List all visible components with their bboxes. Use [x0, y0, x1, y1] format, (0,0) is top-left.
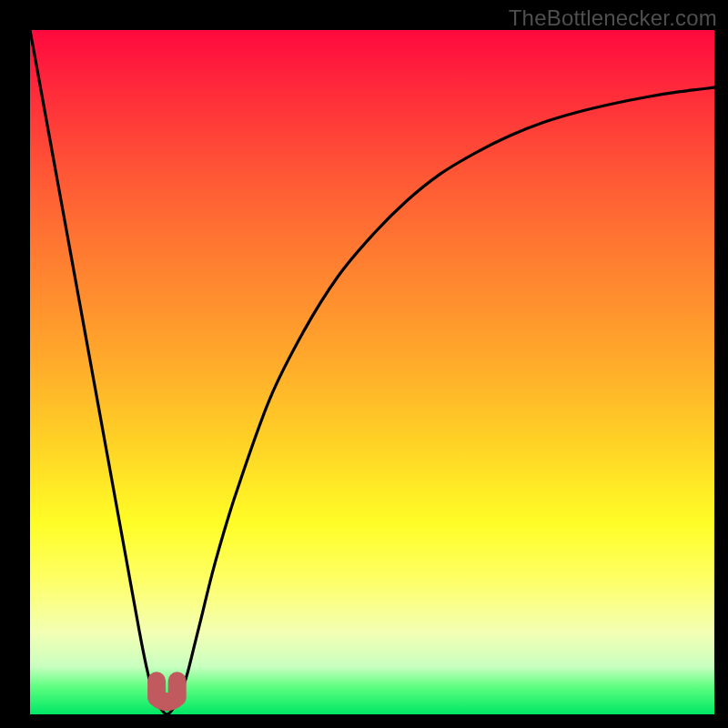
- minimum-marker: [157, 681, 177, 702]
- watermark-text: TheBottlenecker.com: [509, 5, 717, 31]
- plot-area: [30, 30, 714, 714]
- bottleneck-curve: [30, 30, 714, 714]
- chart-frame: TheBottlenecker.com: [0, 0, 728, 728]
- bottleneck-curve-svg: [30, 30, 714, 714]
